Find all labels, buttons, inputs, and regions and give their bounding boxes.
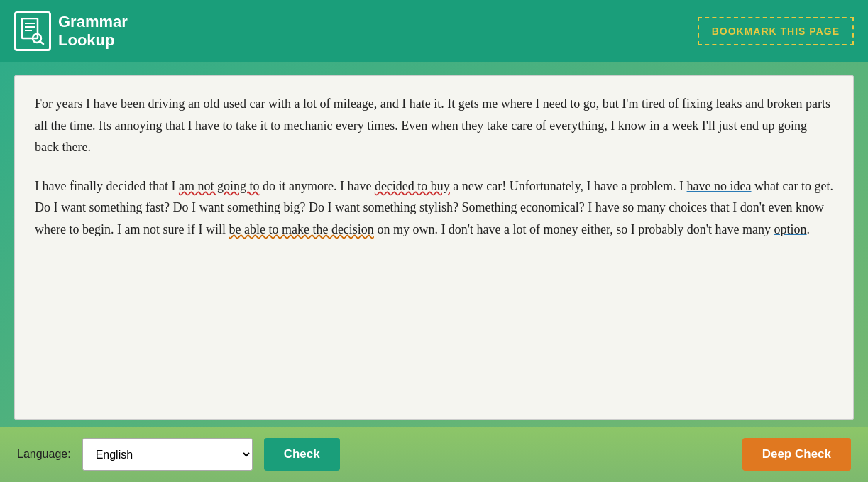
times-word: times <box>367 119 395 133</box>
paragraph-2: I have finally decided that I am not goi… <box>35 175 833 241</box>
main-area: For years I have been driving an old use… <box>0 62 868 427</box>
its-word: Its <box>99 119 111 133</box>
phrase-decided-to-buy: decided to buy <box>375 179 450 193</box>
deep-check-button[interactable]: Deep Check <box>742 438 851 471</box>
language-label: Language: <box>17 448 71 461</box>
logo-area: Grammar Lookup <box>14 11 128 51</box>
text-container[interactable]: For years I have been driving an old use… <box>14 75 854 420</box>
footer-controls: Language: English Spanish French German … <box>0 427 868 482</box>
logo-text: Grammar Lookup <box>58 13 128 50</box>
phrase-am-not-going-to: am not going to <box>179 179 260 193</box>
svg-line-5 <box>40 42 44 45</box>
logo-icon <box>14 11 51 51</box>
header: Grammar Lookup BOOKMARK THIS PAGE <box>0 0 868 62</box>
language-select[interactable]: English Spanish French German Portuguese <box>82 438 253 471</box>
bookmark-button[interactable]: BOOKMARK THIS PAGE <box>698 17 854 45</box>
check-button[interactable]: Check <box>264 438 340 471</box>
paragraph-1: For years I have been driving an old use… <box>35 93 833 158</box>
logo-svg <box>21 18 45 45</box>
phrase-be-able-to-make-the-decision: be able to make the decision <box>229 222 373 236</box>
option-word: option <box>774 222 807 236</box>
phrase-have-no-idea: have no idea <box>687 179 752 193</box>
